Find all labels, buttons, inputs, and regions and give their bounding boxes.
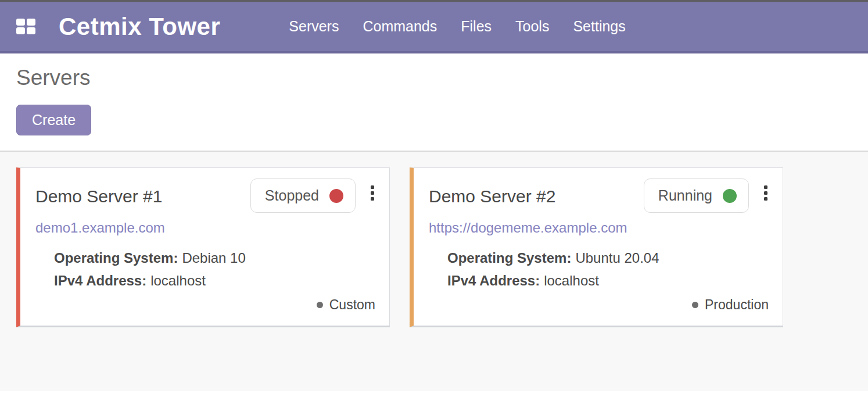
kanban-view: Demo Server #1 Stopped demo1.example.com… <box>0 152 868 391</box>
apps-grid-square <box>27 27 35 34</box>
server-name: Demo Server #2 <box>429 187 555 206</box>
detail-row: IPv4 Address:localhost <box>447 269 769 292</box>
server-card[interactable]: Demo Server #1 Stopped demo1.example.com… <box>16 167 390 327</box>
status-dot-icon <box>329 189 343 203</box>
main-menu: Servers Commands Files Tools Settings <box>289 18 625 35</box>
kebab-menu-icon[interactable] <box>370 184 375 202</box>
card-header: Demo Server #2 Running <box>429 178 769 213</box>
server-url-link[interactable]: demo1.example.com <box>35 220 375 236</box>
status-badge: Stopped <box>250 178 356 213</box>
field-value: localhost <box>150 273 206 288</box>
field-label: IPv4 Address: <box>54 273 146 288</box>
environment-tag: Custom <box>317 297 375 317</box>
apps-grid-square <box>16 27 25 34</box>
server-card[interactable]: Demo Server #2 Running https://dogememe.… <box>410 167 783 327</box>
tag-label: Production <box>705 297 769 313</box>
detail-row: IPv4 Address:localhost <box>54 269 375 292</box>
detail-row: Operating System:Ubuntu 20.04 <box>447 246 769 269</box>
app-window: Cetmix Tower Servers Commands Files Tool… <box>0 0 868 391</box>
create-button[interactable]: Create <box>16 105 91 135</box>
server-url-link[interactable]: https://dogememe.example.com <box>429 220 769 236</box>
status-label: Running <box>658 187 712 204</box>
apps-grid-square <box>27 19 35 26</box>
apps-grid-square <box>16 19 25 26</box>
status-badge: Running <box>644 178 749 213</box>
kebab-menu-icon[interactable] <box>763 184 769 202</box>
server-details: Operating System:Debian 10 IPv4 Address:… <box>54 246 375 292</box>
field-label: Operating System: <box>447 250 571 266</box>
apps-grid-icon[interactable] <box>16 19 35 34</box>
tag-dot-icon <box>692 302 698 308</box>
server-name: Demo Server #1 <box>35 187 162 206</box>
field-value: localhost <box>544 273 599 288</box>
field-label: IPv4 Address: <box>447 273 540 288</box>
status-label: Stopped <box>265 187 319 204</box>
field-label: Operating System: <box>54 250 178 266</box>
menu-item-files[interactable]: Files <box>461 18 492 35</box>
page-title: Servers <box>16 65 852 91</box>
menu-item-tools[interactable]: Tools <box>515 18 549 35</box>
field-value: Debian 10 <box>182 250 245 266</box>
menu-item-commands[interactable]: Commands <box>363 18 437 35</box>
menu-item-servers[interactable]: Servers <box>289 18 339 35</box>
page-header: Servers Create <box>0 53 868 152</box>
status-dot-icon <box>723 189 737 203</box>
field-value: Ubuntu 20.04 <box>575 250 659 266</box>
top-navbar: Cetmix Tower Servers Commands Files Tool… <box>0 2 868 53</box>
environment-tag: Production <box>692 297 769 317</box>
detail-row: Operating System:Debian 10 <box>54 246 375 269</box>
tag-label: Custom <box>329 297 375 313</box>
menu-item-settings[interactable]: Settings <box>573 18 625 35</box>
card-header: Demo Server #1 Stopped <box>35 178 375 213</box>
server-details: Operating System:Ubuntu 20.04 IPv4 Addre… <box>447 246 769 292</box>
tag-dot-icon <box>317 302 323 308</box>
brand-title[interactable]: Cetmix Tower <box>59 13 220 41</box>
